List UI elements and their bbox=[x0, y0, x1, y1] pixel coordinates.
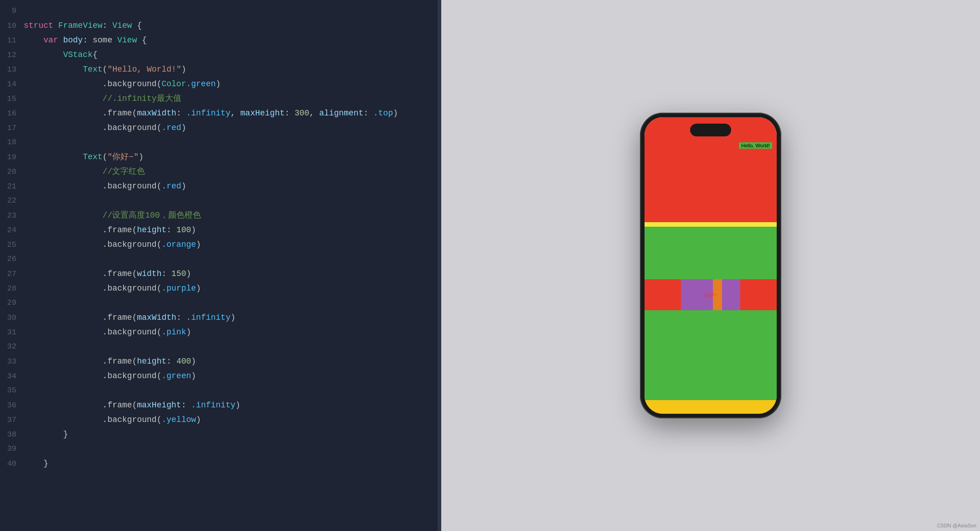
line-number: 28 bbox=[0, 281, 24, 296]
phone-screen: Hello, World! 你好~ bbox=[645, 117, 777, 414]
line-content: //设置高度100，颜色橙色 bbox=[24, 208, 438, 223]
code-line: 20 //文字红色 bbox=[0, 164, 438, 179]
line-number: 38 bbox=[0, 427, 24, 442]
yellow-bottom-section bbox=[645, 400, 777, 414]
line-number: 20 bbox=[0, 165, 24, 179]
code-line: 33 .frame(height: 400) bbox=[0, 354, 438, 369]
code-line: 31 .background(.pink) bbox=[0, 325, 438, 339]
line-number: 21 bbox=[0, 179, 24, 194]
line-number: 27 bbox=[0, 267, 24, 281]
line-content: .frame(maxWidth: .infinity) bbox=[24, 310, 438, 325]
line-number: 15 bbox=[0, 92, 24, 106]
panel-divider bbox=[438, 0, 441, 531]
code-line: 40 } bbox=[0, 456, 438, 471]
code-line: 19 Text("你好~") bbox=[0, 150, 438, 164]
hello-world-label: Hello, World! bbox=[739, 142, 772, 149]
line-number: 37 bbox=[0, 413, 24, 427]
code-line: 34 .background(.green) bbox=[0, 369, 438, 383]
line-number: 33 bbox=[0, 354, 24, 369]
preview-panel: Hello, World! 你好~ CSDN @AsiaSun bbox=[441, 0, 980, 531]
code-line: 26 bbox=[0, 252, 438, 266]
line-content: struct FrameView: View { bbox=[24, 18, 438, 33]
line-number: 16 bbox=[0, 106, 24, 121]
line-number: 29 bbox=[0, 296, 24, 310]
line-content: //.infinity最大值 bbox=[24, 91, 438, 106]
green-mid-section bbox=[645, 227, 777, 279]
line-content: //文字红色 bbox=[24, 164, 438, 179]
line-number: 31 bbox=[0, 325, 24, 340]
green-bottom-section bbox=[645, 310, 777, 400]
code-line: 18 bbox=[0, 135, 438, 150]
line-number: 18 bbox=[0, 135, 24, 150]
line-number: 10 bbox=[0, 19, 24, 33]
code-line: 12 VStack{ bbox=[0, 47, 438, 62]
line-number: 39 bbox=[0, 442, 24, 456]
line-content: .background(.red) bbox=[24, 179, 438, 193]
line-content: var body: some View { bbox=[24, 33, 438, 47]
line-number: 23 bbox=[0, 208, 24, 223]
line-content: .background(.green) bbox=[24, 369, 438, 383]
line-number: 19 bbox=[0, 150, 24, 165]
line-number: 12 bbox=[0, 48, 24, 62]
code-line: 23 //设置高度100，颜色橙色 bbox=[0, 208, 438, 223]
line-number: 17 bbox=[0, 121, 24, 135]
code-line: 22 bbox=[0, 193, 438, 208]
line-content: .frame(width: 150) bbox=[24, 266, 438, 281]
line-number: 32 bbox=[0, 339, 24, 354]
code-line: 25 .background(.orange) bbox=[0, 237, 438, 252]
code-line: 14 .background(Color.green) bbox=[0, 77, 438, 91]
code-editor-panel: 910struct FrameView: View {11 var body: … bbox=[0, 0, 438, 531]
code-line: 29 bbox=[0, 296, 438, 310]
code-line: 27 .frame(width: 150) bbox=[0, 266, 438, 281]
line-content: .frame(height: 100) bbox=[24, 223, 438, 237]
code-line: 16 .frame(maxWidth: .infinity, maxHeight… bbox=[0, 106, 438, 120]
pink-right-col bbox=[740, 279, 777, 310]
line-number: 40 bbox=[0, 457, 24, 471]
dynamic-island bbox=[690, 124, 731, 136]
line-number: 14 bbox=[0, 77, 24, 92]
yellow-strip bbox=[645, 222, 777, 227]
line-content: .background(Color.green) bbox=[24, 77, 438, 91]
code-line: 11 var body: some View { bbox=[0, 33, 438, 47]
line-content: Text("Hello, World!") bbox=[24, 62, 438, 77]
code-line: 35 bbox=[0, 383, 438, 398]
code-line: 24 .frame(height: 100) bbox=[0, 223, 438, 237]
code-line: 15 //.infinity最大值 bbox=[0, 91, 438, 106]
phone-mockup: Hello, World! 你好~ bbox=[640, 113, 781, 418]
line-content: .background(.pink) bbox=[24, 325, 438, 339]
code-line: 17 .background(.red) bbox=[0, 120, 438, 135]
code-line: 38 } bbox=[0, 427, 438, 442]
line-number: 35 bbox=[0, 383, 24, 398]
screen-content: Hello, World! 你好~ bbox=[645, 117, 777, 414]
line-content: .background(.purple) bbox=[24, 281, 438, 296]
code-area: 910struct FrameView: View {11 var body: … bbox=[0, 0, 438, 474]
line-content: Text("你好~") bbox=[24, 150, 438, 164]
line-number: 24 bbox=[0, 223, 24, 238]
code-line: 30 .frame(maxWidth: .infinity) bbox=[0, 310, 438, 325]
line-number: 25 bbox=[0, 238, 24, 252]
line-content: .background(.yellow) bbox=[24, 412, 438, 427]
code-line: 39 bbox=[0, 442, 438, 456]
line-number: 30 bbox=[0, 311, 24, 325]
line-content: .background(.orange) bbox=[24, 237, 438, 252]
watermark: CSDN @AsiaSun bbox=[937, 523, 976, 528]
line-number: 34 bbox=[0, 369, 24, 384]
line-content: } bbox=[24, 427, 438, 442]
colored-row-section: 你好~ bbox=[645, 279, 777, 310]
line-number: 26 bbox=[0, 252, 24, 266]
line-content: .frame(height: 400) bbox=[24, 354, 438, 369]
code-line: 36 .frame(maxHeight: .infinity) bbox=[0, 398, 438, 412]
line-content: .background(.red) bbox=[24, 120, 438, 135]
line-content: .frame(maxWidth: .infinity, maxHeight: 3… bbox=[24, 106, 438, 120]
code-line: 13 Text("Hello, World!") bbox=[0, 62, 438, 77]
code-line: 32 bbox=[0, 339, 438, 354]
code-line: 21 .background(.red) bbox=[0, 179, 438, 193]
pink-left-col bbox=[645, 279, 681, 310]
line-number: 11 bbox=[0, 33, 24, 48]
line-content: .frame(maxHeight: .infinity) bbox=[24, 398, 438, 412]
code-line: 37 .background(.yellow) bbox=[0, 412, 438, 427]
line-number: 36 bbox=[0, 398, 24, 413]
code-line: 10struct FrameView: View { bbox=[0, 18, 438, 33]
line-number: 13 bbox=[0, 62, 24, 77]
code-line: 9 bbox=[0, 4, 438, 18]
